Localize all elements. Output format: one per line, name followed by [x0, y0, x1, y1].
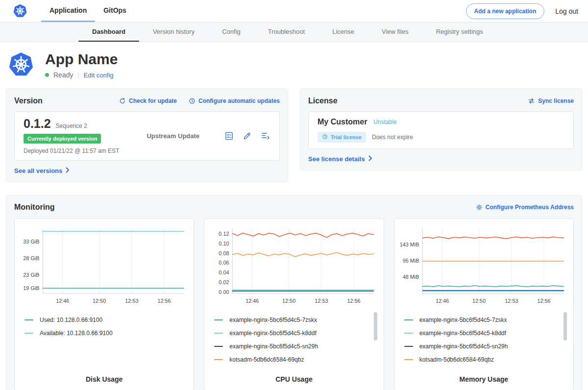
trial-license-badge: Trial license — [318, 132, 366, 143]
legend-color-swatch — [404, 319, 413, 320]
legend-color-swatch — [214, 319, 223, 320]
edit-config-link[interactable]: Edit config — [84, 72, 114, 79]
subnav-item-config[interactable]: Config — [208, 23, 254, 42]
svg-text:23 GiB: 23 GiB — [23, 272, 39, 278]
svg-text:0.00: 0.00 — [219, 289, 229, 295]
memory-usage-plot: 12:4612:5012:5312:56143 MiB95 MiB48 MiB — [400, 225, 567, 306]
legend-color-swatch — [24, 319, 33, 320]
subnav-item-version-history[interactable]: Version history — [139, 23, 208, 42]
legend-scrollbar[interactable] — [564, 312, 567, 341]
app-subnav: Dashboard Version history Config Trouble… — [0, 23, 588, 42]
current-version-box: 0.1.2 Sequence 2 Currently deployed vers… — [14, 111, 280, 161]
configure-automatic-updates-link[interactable]: Configure automatic updates — [189, 98, 280, 104]
svg-text:28 GiB: 28 GiB — [23, 255, 39, 261]
legend-item: Available: 10.128.0.66:9100 — [24, 330, 180, 337]
svg-text:12:56: 12:56 — [158, 298, 171, 304]
legend-label: example-nginx-5bc6f5d4c5-k8ddf — [229, 330, 316, 337]
see-all-versions-link[interactable]: See all versions — [14, 167, 70, 174]
version-number: 0.1.2 — [24, 118, 51, 130]
legend-color-swatch — [24, 333, 33, 334]
svg-text:12:46: 12:46 — [245, 298, 259, 304]
configure-prometheus-link[interactable]: Configure Prometheus Address — [476, 204, 574, 211]
see-license-details-link[interactable]: See license details — [308, 155, 372, 163]
svg-text:0.08: 0.08 — [219, 250, 229, 256]
legend-item: kotsadm-5db6dc6584-69qbz — [214, 356, 369, 363]
memory-usage-legend: example-nginx-5bc6f5d4c5-7zskxexample-ng… — [400, 310, 567, 369]
svg-text:0.12: 0.12 — [219, 231, 229, 237]
legend-color-swatch — [214, 346, 223, 347]
upstream-update-label: Upstream Update — [147, 132, 199, 140]
add-application-button[interactable]: Add a new application — [466, 3, 545, 19]
svg-text:12:56: 12:56 — [347, 298, 361, 304]
chart-title: CPU Usage — [210, 369, 377, 387]
disk-usage-chart-panel: 12:4612:5012:5312:5633 GiB28 GiB23 GiB19… — [14, 219, 194, 390]
cpu-usage-plot: 12:4612:5012:5312:560.120.100.080.060.04… — [210, 225, 377, 306]
sequence-label: Sequence 2 — [56, 122, 87, 129]
view-diff-icon[interactable] — [261, 131, 270, 141]
legend-item: kotsadm-5db6dc6584-69qbz — [404, 356, 560, 363]
svg-text:0.02: 0.02 — [219, 279, 229, 285]
legend-scrollbar[interactable] — [374, 312, 377, 341]
legend-label: kotsadm-5db6dc6584-69qbz — [229, 356, 304, 363]
svg-text:12:53: 12:53 — [505, 298, 518, 304]
cpu-usage-chart-panel: 12:4612:5012:5312:560.120.100.080.060.04… — [204, 219, 384, 390]
legend-color-swatch — [404, 346, 413, 347]
legend-color-swatch — [214, 333, 223, 334]
svg-text:33 GiB: 33 GiB — [23, 239, 39, 244]
refresh-icon — [119, 98, 126, 104]
legend-label: Used: 10.128.0.66:9100 — [40, 317, 102, 323]
svg-text:12:50: 12:50 — [282, 298, 295, 304]
version-card-title: Version — [14, 97, 43, 105]
tab-gitops[interactable]: GitOps — [95, 0, 135, 22]
legend-color-swatch — [404, 333, 413, 334]
deployed-timestamp: Deployed 01/21/22 @ 11:57 am EST — [24, 147, 119, 154]
topnav-right: Add a new application Log out — [466, 3, 578, 19]
check-for-update-link[interactable]: Check for update — [119, 98, 177, 104]
app-header: App Name Ready | Edit config — [0, 42, 588, 89]
tab-application[interactable]: Application — [41, 0, 95, 22]
license-details-box: My Customer Unstable Trial license Does … — [308, 111, 574, 149]
subnav-item-dashboard[interactable]: Dashboard — [78, 23, 139, 42]
dashboard-cards-row: Version Check for update — [0, 89, 588, 182]
edit-pen-icon[interactable] — [243, 131, 252, 141]
svg-text:12:50: 12:50 — [93, 298, 106, 304]
kubernetes-logo-icon — [13, 4, 27, 19]
disk-usage-legend: Used: 10.128.0.66:9100Available: 10.128.… — [21, 310, 188, 343]
sync-license-link[interactable]: Sync license — [528, 98, 574, 104]
monitoring-title: Monitoring — [14, 203, 55, 212]
disk-usage-plot: 12:4612:5012:5312:5633 GiB28 GiB23 GiB19… — [21, 225, 188, 306]
svg-text:12:46: 12:46 — [56, 298, 69, 304]
license-expiration-text: Does not expire — [372, 134, 413, 141]
legend-label: example-nginx-5bc6f5d4c5-sn29h — [229, 343, 318, 350]
legend-item: example-nginx-5bc6f5d4c5-7zskx — [214, 317, 369, 323]
svg-text:12:50: 12:50 — [472, 298, 486, 304]
subnav-item-view-files[interactable]: View files — [368, 23, 422, 42]
sync-arrows-icon — [528, 98, 535, 104]
subnav-item-registry-settings[interactable]: Registry settings — [422, 23, 497, 42]
legend-label: example-nginx-5bc6f5d4c5-sn29h — [419, 343, 508, 350]
logout-link[interactable]: Log out — [555, 7, 578, 15]
app-status-text: Ready — [53, 71, 73, 79]
svg-text:12:46: 12:46 — [436, 298, 449, 304]
top-navbar: Application GitOps Add a new application… — [0, 0, 588, 23]
chevron-right-icon — [368, 155, 372, 163]
subnav-item-license[interactable]: License — [318, 23, 368, 42]
legend-label: example-nginx-5bc6f5d4c5-7zskx — [419, 317, 507, 323]
release-notes-icon[interactable] — [224, 131, 234, 141]
legend-item: example-nginx-5bc6f5d4c5-k8ddf — [404, 330, 560, 337]
license-card-title: License — [308, 97, 338, 105]
subnav-item-troubleshoot[interactable]: Troubleshoot — [254, 23, 318, 42]
legend-item: example-nginx-5bc6f5d4c5-sn29h — [404, 343, 560, 350]
memory-usage-chart-panel: 12:4612:5012:5312:56143 MiB95 MiB48 MiB … — [394, 219, 574, 390]
svg-text:0.10: 0.10 — [219, 241, 229, 246]
app-logo-kubernetes-icon — [8, 52, 34, 78]
page-title: App Name — [45, 51, 118, 67]
chart-title: Memory Usage — [400, 369, 567, 387]
version-card: Version Check for update — [6, 89, 288, 182]
svg-text:0.06: 0.06 — [219, 260, 229, 266]
legend-color-swatch — [214, 359, 223, 360]
monitoring-card: Monitoring Configure Prometheus Address … — [6, 195, 582, 390]
svg-text:0.04: 0.04 — [219, 269, 229, 275]
svg-text:95 MiB: 95 MiB — [402, 258, 419, 264]
cpu-usage-legend: example-nginx-5bc6f5d4c5-7zskxexample-ng… — [210, 310, 377, 369]
